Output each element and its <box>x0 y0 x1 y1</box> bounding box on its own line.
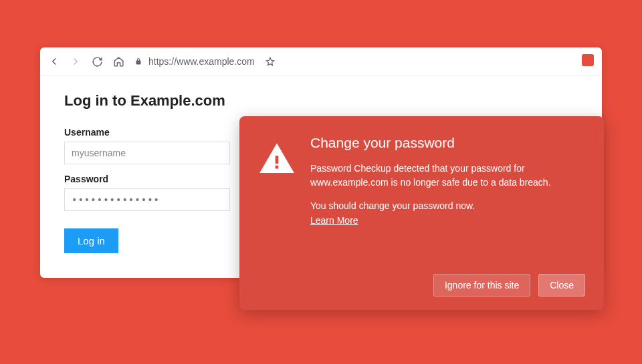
alert-recommend: You should change your password now. <box>310 200 585 211</box>
warning-icon <box>258 135 296 297</box>
password-checkup-extension-icon[interactable] <box>582 54 594 66</box>
alert-content: Change your password Password Checkup de… <box>310 135 585 297</box>
url-text: https://www.example.com <box>148 56 255 67</box>
star-icon[interactable] <box>265 57 275 66</box>
page-title: Log in to Example.com <box>64 92 578 110</box>
username-input[interactable] <box>64 142 230 164</box>
home-icon[interactable] <box>112 55 124 67</box>
url-bar[interactable]: https://www.example.com <box>134 53 275 69</box>
browser-toolbar: https://www.example.com <box>40 47 602 76</box>
password-breach-alert: Change your password Password Checkup de… <box>239 116 604 310</box>
password-input[interactable] <box>64 188 230 211</box>
back-icon[interactable] <box>48 55 60 67</box>
ignore-button[interactable]: Ignore for this site <box>433 274 530 297</box>
close-button[interactable]: Close <box>538 274 585 297</box>
alert-buttons: Ignore for this site Close <box>310 274 585 297</box>
reload-icon[interactable] <box>91 55 103 67</box>
alert-title: Change your password <box>310 135 585 151</box>
forward-icon[interactable] <box>70 55 82 67</box>
login-button[interactable]: Log in <box>64 228 118 253</box>
alert-body: Password Checkup detected that your pass… <box>310 162 585 190</box>
learn-more-link[interactable]: Learn More <box>310 215 585 226</box>
lock-icon <box>134 57 143 66</box>
